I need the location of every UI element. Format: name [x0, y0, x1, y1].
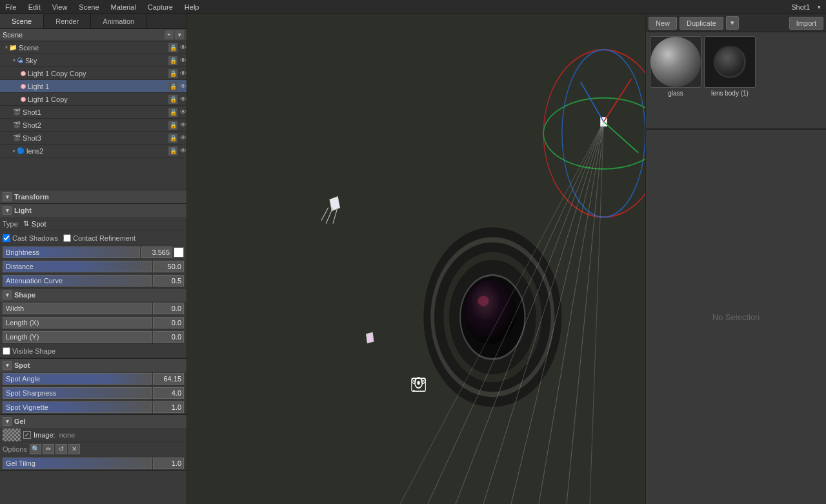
- cast-shadows-input[interactable]: [3, 234, 10, 242]
- shot1-eye-icon[interactable]: 👁: [180, 108, 186, 116]
- brightness-slider[interactable]: Brightness: [3, 247, 140, 258]
- light1-lock-btn[interactable]: 🔒: [168, 82, 177, 91]
- cast-shadows-checkbox[interactable]: Cast Shadows: [3, 234, 58, 242]
- contact-refinement-input[interactable]: [63, 234, 71, 242]
- transform-header[interactable]: ▾ Transform: [0, 190, 186, 203]
- tree-item-light1cc[interactable]: Light 1 Copy Copy 🔒 👁: [0, 67, 186, 80]
- gel-edit-btn[interactable]: ✏: [43, 444, 54, 454]
- distance-input[interactable]: [153, 261, 184, 272]
- light1c-lock-btn[interactable]: 🔒: [168, 95, 177, 104]
- shot3-icon: 🎬: [13, 134, 21, 141]
- scene-lock-btn[interactable]: 🔒: [168, 43, 177, 52]
- tree-item-sky[interactable]: ▾ 🌤 Sky 🔒 👁: [0, 54, 186, 67]
- menu-material[interactable]: Material: [108, 2, 139, 12]
- sky-lock-btn[interactable]: 🔒: [168, 56, 177, 65]
- tree-item-light1c[interactable]: Light 1 Copy 🔒 👁: [0, 93, 186, 106]
- lens2-lock-btn[interactable]: 🔒: [168, 146, 177, 156]
- tree-item-shot3[interactable]: 🎬 Shot3 🔒 👁: [0, 132, 186, 145]
- menu-view[interactable]: View: [50, 2, 70, 12]
- import-button[interactable]: Import: [789, 17, 823, 30]
- spot-vignette-input[interactable]: [153, 401, 184, 413]
- tab-render[interactable]: Render: [44, 14, 91, 28]
- visible-shape-input[interactable]: [3, 347, 10, 355]
- material-item-lens-body[interactable]: lens body (1): [704, 36, 756, 125]
- tab-scene[interactable]: Scene: [0, 14, 44, 28]
- light-header[interactable]: ▾ Light: [0, 204, 186, 217]
- gel-delete-btn[interactable]: ✕: [68, 444, 80, 454]
- shot2-lock-btn[interactable]: 🔒: [168, 121, 177, 130]
- gel-tiling-input[interactable]: [153, 458, 184, 469]
- expand-lens2-icon[interactable]: ▸: [13, 148, 15, 154]
- spot-vignette-slider[interactable]: Spot Vignette: [3, 401, 152, 413]
- transform-toggle-icon[interactable]: ▾: [3, 192, 12, 201]
- distance-slider[interactable]: Distance: [3, 261, 152, 272]
- visible-shape-checkbox[interactable]: Visible Shape: [3, 347, 55, 355]
- spot-sharpness-input[interactable]: [153, 387, 184, 399]
- spot-toggle-icon[interactable]: ▾: [3, 361, 12, 370]
- scene-eye-icon[interactable]: 👁: [180, 44, 186, 51]
- menu-capture[interactable]: Capture: [145, 2, 176, 12]
- spot-section: ▾ Spot Spot Angle Spot Sharpness: [0, 359, 186, 415]
- shot-arrow-icon: ▾: [815, 3, 823, 12]
- light1-eye-icon[interactable]: 👁: [180, 83, 186, 90]
- brightness-color-swatch[interactable]: [174, 247, 184, 257]
- gel-search-btn[interactable]: 🔍: [30, 444, 41, 454]
- viewport-svg: [187, 14, 645, 504]
- duplicate-material-button[interactable]: Duplicate: [680, 17, 723, 30]
- shape-header[interactable]: ▾ Shape: [0, 288, 186, 301]
- menu-file[interactable]: File: [3, 2, 19, 12]
- light-toggle-icon[interactable]: ▾: [3, 206, 12, 215]
- length-y-input[interactable]: [153, 331, 184, 343]
- width-slider[interactable]: Width: [3, 303, 152, 314]
- width-input[interactable]: [153, 303, 184, 314]
- tree-item-light1[interactable]: Light 1 🔒 👁: [0, 80, 186, 93]
- shot3-eye-icon[interactable]: 👁: [180, 134, 186, 141]
- gel-toggle-icon[interactable]: ▾: [3, 417, 12, 426]
- shot2-eye-icon[interactable]: 👁: [180, 121, 186, 128]
- gel-tiling-slider[interactable]: Gel Tiling: [3, 458, 152, 469]
- spot-sharpness-slider[interactable]: Spot Sharpness: [3, 387, 152, 399]
- tree-expand-btn[interactable]: ▾: [175, 30, 184, 39]
- contact-refinement-checkbox[interactable]: Contact Refinement: [63, 234, 136, 242]
- spot-angle-input[interactable]: [153, 373, 184, 385]
- gel-check-icon[interactable]: ✓: [23, 431, 31, 439]
- light1cc-lock-btn[interactable]: 🔒: [168, 69, 177, 78]
- shot3-lock-btn[interactable]: 🔒: [168, 134, 177, 143]
- menu-edit[interactable]: Edit: [26, 2, 43, 12]
- viewport[interactable]: [187, 14, 645, 504]
- light1c-eye-icon[interactable]: 👁: [180, 96, 186, 103]
- menu-scene[interactable]: Scene: [76, 2, 101, 12]
- length-y-slider[interactable]: Length (Y): [3, 331, 152, 343]
- type-value[interactable]: Spot: [32, 220, 46, 228]
- spot-header[interactable]: ▾ Spot: [0, 359, 186, 372]
- tree-item-shot1[interactable]: 🎬 Shot1 🔒 👁: [0, 106, 186, 119]
- tree-item-lens2[interactable]: ▸ 🔵 lens2 🔒 👁: [0, 145, 186, 157]
- gel-header[interactable]: ▾ Gel: [0, 415, 186, 428]
- shot-selector[interactable]: Shot1 ▾: [789, 2, 823, 12]
- expand-sky-icon[interactable]: ▾: [13, 57, 15, 63]
- brightness-input[interactable]: [141, 247, 172, 258]
- length-x-input[interactable]: [153, 317, 184, 328]
- lens-body-thumb: [704, 36, 756, 88]
- spot-angle-slider[interactable]: Spot Angle: [3, 373, 152, 385]
- attenuation-input[interactable]: [153, 275, 184, 287]
- gel-clear-btn[interactable]: ↺: [55, 444, 67, 454]
- menu-help[interactable]: Help: [182, 2, 202, 12]
- material-item-glass[interactable]: glass: [650, 36, 701, 125]
- tree-item-shot2[interactable]: 🎬 Shot2 🔒 👁: [0, 119, 186, 132]
- shot1-lock-btn[interactable]: 🔒: [168, 108, 177, 117]
- tree-item-scene[interactable]: ▾ 📁 Scene 🔒 👁: [0, 41, 186, 54]
- scene-controls: 🔒 👁: [168, 43, 186, 52]
- shape-toggle-icon[interactable]: ▾: [3, 290, 12, 299]
- tree-add-btn[interactable]: +: [165, 30, 174, 39]
- attenuation-slider[interactable]: Attenuation Curve: [3, 275, 152, 287]
- more-options-button[interactable]: ▾: [726, 16, 739, 30]
- tab-animation[interactable]: Animation: [91, 14, 146, 28]
- new-material-button[interactable]: New: [649, 17, 677, 30]
- light1cc-eye-icon[interactable]: 👁: [180, 70, 186, 77]
- tree-header: Scene + ▾: [0, 29, 186, 41]
- lens2-eye-icon[interactable]: 👁: [180, 147, 186, 154]
- sky-eye-icon[interactable]: 👁: [180, 57, 186, 64]
- expand-scene-icon[interactable]: ▾: [5, 45, 8, 50]
- length-x-slider[interactable]: Length (X): [3, 317, 152, 328]
